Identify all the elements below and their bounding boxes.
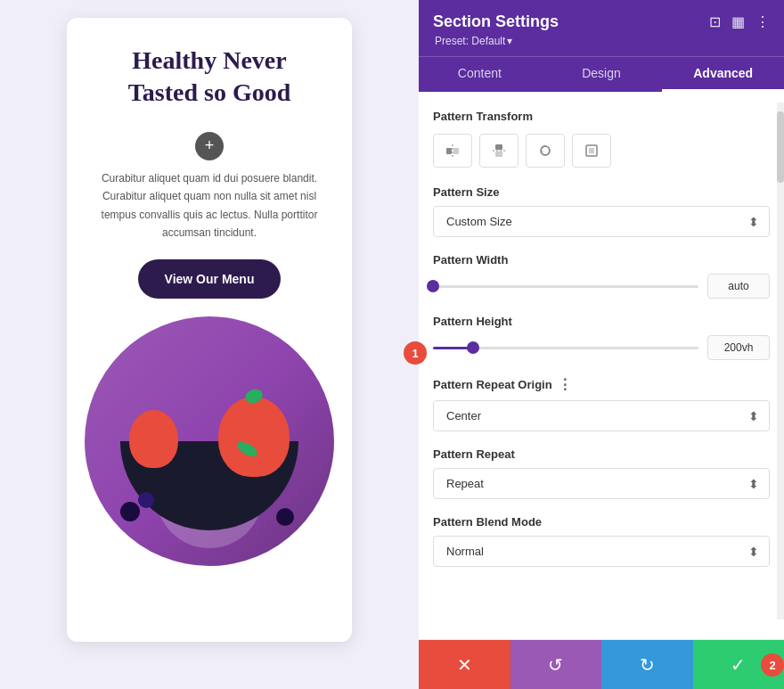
tab-advanced[interactable]: Advanced [662, 57, 784, 92]
pattern-width-track [433, 285, 698, 288]
badge-1: 1 [404, 341, 427, 365]
action-bar: ✕ ↺ ↻ ✓ [419, 639, 784, 689]
blueberry-1 [120, 502, 140, 521]
preview-content: Healthy Never Tasted so Good + Curabitur… [67, 18, 352, 642]
settings-header-top: Section Settings ⊡ ▦ ⋮ [433, 12, 770, 31]
view-menu-button[interactable]: View Our Menu [138, 259, 282, 299]
settings-header: Section Settings ⊡ ▦ ⋮ Preset: Default▾ [419, 0, 784, 56]
settings-content: Pattern Transform [419, 92, 784, 639]
settings-title: Section Settings [433, 12, 559, 31]
undo-button[interactable]: ↺ [510, 640, 602, 689]
flip-horizontal-button[interactable] [433, 134, 472, 168]
svg-rect-4 [495, 152, 502, 157]
cancel-button[interactable]: ✕ [419, 640, 510, 689]
pattern-repeat-label: Pattern Repeat [433, 447, 770, 461]
pattern-height-label: Pattern Height [433, 315, 770, 328]
resize-icon[interactable]: ⊡ [709, 13, 721, 30]
blueberry-3 [276, 508, 294, 526]
settings-panel: Section Settings ⊡ ▦ ⋮ Preset: Default▾ … [419, 0, 784, 689]
settings-tabs: Content Design Advanced [419, 56, 784, 92]
pattern-repeat-origin-group: Pattern Repeat Origin ⋮ Center Top Left … [433, 376, 770, 431]
scrollbar-track [777, 103, 784, 619]
rotate-left-button[interactable] [526, 134, 565, 168]
repeat-origin-dots-icon[interactable]: ⋮ [558, 376, 572, 393]
pattern-transform-label: Pattern Transform [433, 110, 770, 123]
pattern-height-slider-row: 200vh [433, 335, 770, 360]
scrollbar-thumb[interactable] [777, 111, 784, 183]
preset-label[interactable]: Preset: Default▾ [433, 35, 770, 47]
pattern-width-group: Pattern Width auto [433, 253, 770, 299]
pattern-repeat-origin-select[interactable]: Center Top Left Top Right Bottom Left Bo… [433, 400, 770, 431]
preview-description: Curabitur aliquet quam id dui posuere bl… [85, 169, 334, 242]
pattern-height-input[interactable]: 200vh [707, 335, 770, 360]
pattern-blend-mode-group: Pattern Blend Mode Normal Multiply Scree… [433, 515, 770, 567]
fruit-bowl [111, 352, 307, 530]
strawberry-big [218, 397, 290, 477]
flip-vertical-button[interactable] [479, 134, 519, 168]
header-icons: ⊡ ▦ ⋮ [709, 13, 770, 30]
columns-icon[interactable]: ▦ [731, 13, 745, 30]
badge-2: 2 [761, 653, 784, 677]
pattern-repeat-group: Pattern Repeat Repeat No Repeat Repeat X… [433, 447, 770, 499]
strawberry-small [129, 410, 178, 468]
preview-panel: Healthy Never Tasted so Good + Curabitur… [0, 0, 419, 689]
pattern-blend-mode-select[interactable]: Normal Multiply Screen Overlay Darken [433, 536, 770, 567]
redo-button[interactable]: ↻ [601, 640, 693, 689]
pattern-size-select-wrapper: Custom Size Auto Cover Contain ⬍ [433, 206, 770, 237]
transform-buttons-row [433, 134, 770, 168]
reset-transform-button[interactable] [572, 134, 611, 168]
pattern-size-label: Pattern Size [433, 185, 770, 199]
pattern-repeat-origin-select-wrapper: Center Top Left Top Right Bottom Left Bo… [433, 400, 770, 431]
preview-image [85, 316, 334, 566]
pattern-height-group: Pattern Height 200vh [433, 315, 770, 360]
pattern-height-track [433, 347, 698, 349]
pattern-height-thumb[interactable] [467, 341, 479, 354]
pattern-repeat-select-wrapper: Repeat No Repeat Repeat X Repeat Y ⬍ [433, 468, 770, 499]
pattern-repeat-select[interactable]: Repeat No Repeat Repeat X Repeat Y [433, 468, 770, 499]
tab-content[interactable]: Content [419, 57, 541, 92]
pattern-transform-group: Pattern Transform [433, 110, 770, 168]
pattern-repeat-origin-label: Pattern Repeat Origin ⋮ [433, 376, 770, 393]
pattern-size-select[interactable]: Custom Size Auto Cover Contain [433, 206, 770, 237]
pattern-width-label: Pattern Width [433, 253, 770, 267]
pattern-blend-mode-label: Pattern Blend Mode [433, 515, 770, 529]
svg-rect-0 [446, 148, 452, 154]
pattern-height-slider-wrapper [433, 339, 698, 357]
more-options-icon[interactable]: ⋮ [755, 13, 770, 30]
svg-rect-3 [495, 144, 502, 150]
tab-design[interactable]: Design [541, 57, 663, 92]
pattern-blend-mode-select-wrapper: Normal Multiply Screen Overlay Darken ⬍ [433, 536, 770, 567]
preview-title: Healthy Never Tasted so Good [128, 45, 291, 110]
pattern-width-input[interactable]: auto [707, 274, 770, 299]
svg-rect-1 [453, 148, 459, 154]
pattern-size-group: Pattern Size Custom Size Auto Cover Cont… [433, 185, 770, 237]
svg-rect-7 [589, 148, 594, 153]
pattern-width-thumb[interactable] [427, 280, 439, 292]
add-section-button[interactable]: + [195, 132, 224, 160]
pattern-width-slider-wrapper [433, 277, 698, 295]
pattern-width-slider-row: auto [433, 274, 770, 299]
